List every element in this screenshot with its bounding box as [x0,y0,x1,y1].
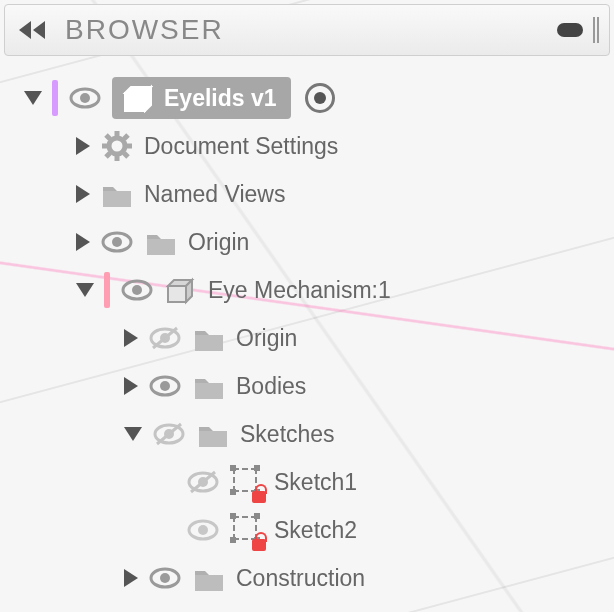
expand-toggle[interactable] [76,185,90,203]
root-chip[interactable]: Eyelids v1 [112,77,291,119]
tree-row-origin[interactable]: Origin [24,218,614,266]
panel-title: BROWSER [59,14,557,46]
tree-row-sketch2[interactable]: Sketch2 [24,506,614,554]
sketch-locked-icon [230,513,264,547]
expand-toggle[interactable] [76,283,94,297]
row-label: Origin [236,325,297,352]
expand-toggle[interactable] [124,569,138,587]
row-label: Eye Mechanism:1 [208,277,391,304]
selection-bar [52,80,58,116]
row-label: Document Settings [144,133,338,160]
rewind-icon[interactable] [15,13,49,47]
folder-icon [100,177,134,211]
row-label: Bodies [236,373,306,400]
browser-header: BROWSER [4,4,610,56]
visibility-hidden-icon[interactable] [152,417,186,451]
folder-icon [196,417,230,451]
expand-toggle[interactable] [76,137,90,155]
tree-row-em-bodies[interactable]: Bodies [24,362,614,410]
expand-toggle[interactable] [124,329,138,347]
row-label: Origin [188,229,249,256]
tree-row-document-settings[interactable]: Document Settings [24,122,614,170]
row-label: Sketch1 [274,469,357,496]
visibility-icon[interactable] [148,561,182,595]
row-label: Sketch2 [274,517,357,544]
tree-row-em-origin[interactable]: Origin [24,314,614,362]
folder-icon [192,561,226,595]
row-label: Named Views [144,181,285,208]
visibility-icon[interactable] [186,513,220,547]
folder-icon [192,369,226,403]
root-label: Eyelids v1 [164,85,277,112]
visibility-hidden-icon[interactable] [148,321,182,355]
tree-row-em-construction[interactable]: Construction [24,554,614,602]
folder-icon [144,225,178,259]
panel-grip[interactable] [593,17,599,43]
browser-tree: Eyelids v1 Document Settings Named Views… [0,56,614,602]
visibility-icon[interactable] [100,225,134,259]
expand-toggle[interactable] [76,233,90,251]
collapse-toggle[interactable] [557,23,583,37]
selection-bar [104,272,110,308]
row-label: Construction [236,565,365,592]
folder-icon [192,321,226,355]
expand-toggle[interactable] [24,91,42,105]
visibility-icon[interactable] [68,81,102,115]
expand-toggle[interactable] [124,377,138,395]
tree-row-sketch1[interactable]: Sketch1 [24,458,614,506]
gear-icon [100,129,134,163]
visibility-hidden-icon[interactable] [186,465,220,499]
component-icon [120,81,154,115]
tree-row-eye-mechanism[interactable]: Eye Mechanism:1 [24,266,614,314]
tree-row-em-sketches[interactable]: Sketches [24,410,614,458]
sketch-locked-icon [230,465,264,499]
row-label: Sketches [240,421,335,448]
visibility-icon[interactable] [120,273,154,307]
component-icon [164,273,198,307]
visibility-icon[interactable] [148,369,182,403]
tree-root-row[interactable]: Eyelids v1 [24,74,614,122]
expand-toggle[interactable] [124,427,142,441]
tree-row-named-views[interactable]: Named Views [24,170,614,218]
activate-radio[interactable] [305,83,335,113]
